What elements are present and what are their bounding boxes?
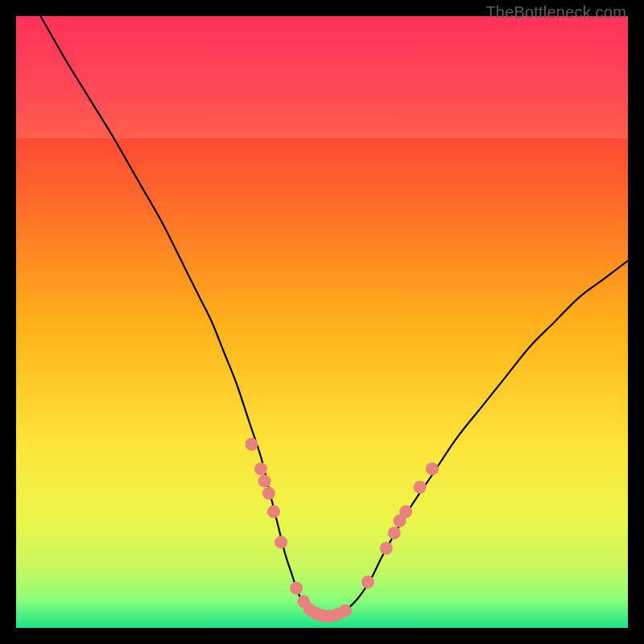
chart-frame: TheBottleneck.com bbox=[0, 0, 644, 644]
curve-marker bbox=[254, 462, 267, 475]
curve-marker bbox=[258, 475, 271, 488]
curve-marker bbox=[267, 506, 280, 518]
curve-marker bbox=[414, 481, 427, 493]
curve-marker bbox=[246, 438, 258, 451]
curve-marker bbox=[426, 462, 439, 475]
curve-marker bbox=[290, 582, 303, 595]
curve-marker bbox=[275, 536, 287, 549]
curve-marker bbox=[339, 605, 352, 617]
highlight-band bbox=[16, 16, 628, 138]
curve-marker bbox=[388, 526, 401, 539]
curve-marker bbox=[399, 506, 412, 518]
curve-marker bbox=[380, 542, 393, 555]
chart-svg bbox=[16, 16, 628, 628]
watermark-text: TheBottleneck.com bbox=[485, 3, 626, 22]
curve-marker bbox=[361, 576, 374, 588]
plot-area bbox=[16, 16, 628, 628]
curve-marker bbox=[262, 487, 275, 500]
